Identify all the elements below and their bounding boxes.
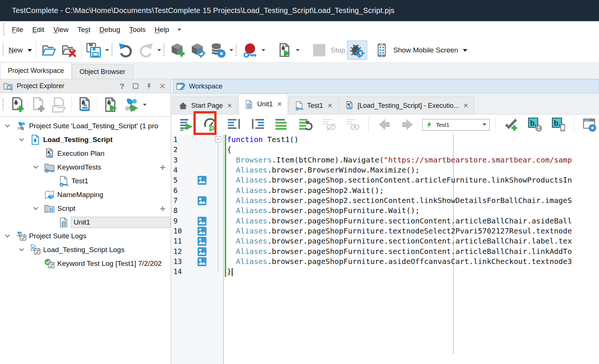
image-icon[interactable] [197, 175, 207, 185]
code-line[interactable]: Aliases.browser.pageShopFurniture.sectio… [227, 236, 599, 246]
code-editor[interactable]: 1234567891011121314 − function Test1(){ … [171, 135, 599, 364]
tree-item-project-suite-logs[interactable]: Project Suite Logs [0, 229, 171, 243]
run-project-button[interactable] [100, 95, 121, 115]
image-icon[interactable] [197, 226, 207, 236]
code-line[interactable]: } [227, 267, 599, 277]
toolbar-grip[interactable] [236, 44, 237, 57]
revert-keyword-button[interactable] [296, 116, 315, 133]
tree-expander[interactable] [32, 204, 40, 213]
tree-expander[interactable] [18, 246, 26, 254]
help-button[interactable]: ? [117, 81, 127, 91]
redo-button[interactable] [136, 41, 156, 60]
open-button[interactable] [39, 41, 59, 60]
new-item-button[interactable] [28, 95, 48, 115]
navigate-back-button[interactable] [375, 116, 393, 133]
data-options-button[interactable] [208, 41, 228, 60]
object-spy-button[interactable] [188, 41, 208, 60]
menu-item-test[interactable]: Test [73, 24, 95, 35]
code-line[interactable]: function Test1() [227, 135, 599, 145]
code-line[interactable]: Aliases.browser.pageShop.sectionContent.… [227, 175, 599, 185]
code-line[interactable]: Aliases.browser.pageShop2.Wait(); [227, 186, 599, 196]
image-icon[interactable] [197, 257, 207, 267]
run-unit-button[interactable] [177, 116, 196, 133]
web-test-options-button[interactable] [580, 116, 599, 133]
menu-item-edit[interactable]: Edit [28, 24, 49, 35]
editor-tab-load-testing-script-executio[interactable]: [Load_Testing_Script] - Executio...✕ [339, 97, 474, 114]
menu-item-tools[interactable]: Tools [125, 24, 150, 35]
menu-item-view[interactable]: View [49, 24, 73, 35]
stop-button[interactable]: Stop [309, 41, 347, 60]
close-tab-button[interactable]: ✕ [462, 102, 468, 110]
keyword-view-button[interactable] [272, 116, 291, 133]
code-line[interactable]: { [227, 145, 599, 155]
tab-object-browser[interactable]: Object Browser [72, 64, 133, 79]
menu-grip[interactable] [3, 23, 4, 36]
code-line[interactable]: Aliases.browser.pageShopFurniture.sectio… [227, 247, 599, 257]
add-project-item-button[interactable] [7, 95, 28, 115]
image-icon[interactable] [197, 196, 207, 206]
new-button[interactable]: New [7, 45, 34, 56]
tree-expander[interactable] [32, 163, 40, 171]
close-tab-button[interactable]: ✕ [327, 102, 333, 110]
tree-item-keywordtests[interactable]: KeywordTests+ [0, 160, 171, 174]
close-panel-button[interactable] [157, 81, 167, 91]
image-icon[interactable] [197, 216, 207, 226]
toolbar-grip[interactable] [2, 99, 4, 111]
tree-item-project-suite-load-testing-script-1-pro[interactable]: Project Suite 'Load_Testing_Script' (1 p… [0, 119, 171, 133]
add-new-item-button[interactable] [168, 41, 188, 60]
code-line[interactable]: Aliases.browser.BrowserWindow.Maximize()… [227, 165, 599, 175]
editor-tab-unit1[interactable]: Unit1✕ [238, 94, 288, 115]
toolbar-grip[interactable] [163, 44, 165, 57]
bitbar-mobile-button[interactable]: b. [550, 116, 568, 133]
run-suite-options-caret[interactable] [141, 102, 148, 108]
run-options-caret[interactable] [294, 47, 301, 54]
prev-marker-button[interactable] [249, 116, 267, 133]
editor-tab-test1[interactable]: Test1✕ [289, 97, 338, 114]
tree-item-script[interactable]: Script+ [0, 202, 171, 215]
image-icon[interactable] [197, 236, 207, 246]
menu-item-debug[interactable]: Debug [95, 24, 125, 35]
tree-item-load-testing-script-logs[interactable]: Load_Testing_Script Logs [0, 243, 171, 257]
code-line[interactable]: Aliases.browser.pageShopFurniture.asideO… [227, 257, 599, 267]
editor-tab-start-page[interactable]: Start Page✕ [173, 97, 238, 114]
add-child-button[interactable]: + [160, 164, 166, 171]
save-button[interactable] [84, 41, 104, 60]
run-test-button[interactable] [274, 41, 294, 60]
code-area[interactable]: function Test1(){ Browsers.Item(btChrome… [227, 135, 599, 277]
maximize-panel-button[interactable] [131, 81, 140, 91]
add-child-button[interactable]: + [160, 205, 166, 212]
record-options-caret[interactable] [260, 47, 267, 54]
menu-item-help[interactable]: Help [150, 24, 173, 35]
run-project-suite-button[interactable] [121, 95, 141, 115]
enable-debugging-button[interactable] [347, 41, 367, 60]
redo-options-caret[interactable] [156, 47, 163, 54]
tab-project-workspace[interactable]: Project Workspace [0, 62, 72, 79]
close-tab-button[interactable]: ✕ [226, 102, 232, 110]
hide-test-visualizer-button[interactable] [320, 116, 339, 133]
data-options-caret[interactable] [228, 47, 235, 54]
fold-toggle[interactable]: − [215, 136, 221, 142]
tree-item-test1[interactable]: Test1 [0, 174, 171, 188]
image-icon[interactable] [197, 247, 207, 257]
show-mobile-screen-button[interactable]: Show Mobile Screen [372, 41, 469, 60]
tree-item-execution-plan[interactable]: Execution Plan [0, 146, 171, 160]
toolbar-grip[interactable] [111, 44, 113, 57]
tree-expander[interactable] [4, 122, 12, 130]
undo-button[interactable] [116, 41, 136, 60]
code-line[interactable]: Aliases.browser.pageShopFurniture.textno… [227, 226, 599, 236]
navigate-forward-button[interactable] [398, 116, 417, 133]
tree-expander[interactable] [4, 232, 12, 240]
execution-plan-button[interactable] [74, 95, 95, 115]
record-test-button[interactable] [240, 41, 260, 60]
tree-expander[interactable] [18, 136, 26, 144]
save-options-caret[interactable] [104, 47, 110, 54]
tree-item-load-testing-script[interactable]: Load_Testing_Script [0, 133, 171, 146]
show-test-visualizer-button[interactable] [344, 116, 362, 133]
close-tab-button[interactable]: ✕ [276, 100, 282, 108]
tree-item-namemapping[interactable]: NameMapping [0, 188, 171, 202]
tree-item-keyword-test-log-test1-7-2-202[interactable]: Keyword Test Log [Test1] 7/2/202 [0, 257, 171, 270]
code-line[interactable]: Aliases.browser.pageShop2.sectionContent… [227, 196, 599, 206]
code-line[interactable]: Aliases.browser.pageShopFurniture.Wait()… [227, 206, 599, 216]
routine-selector[interactable]: Test1 [422, 119, 490, 131]
next-marker-button[interactable] [225, 116, 243, 133]
